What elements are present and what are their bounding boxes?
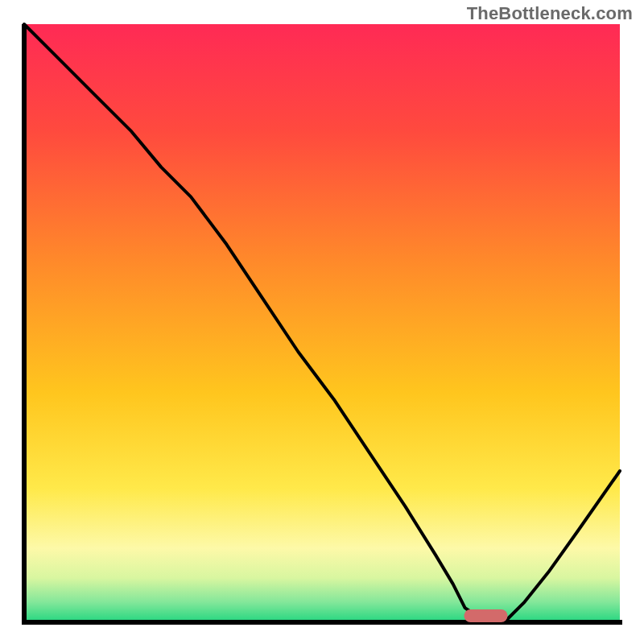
optimum-marker (464, 609, 508, 622)
bottleneck-chart (0, 0, 644, 644)
chart-container: TheBottleneck.com (0, 0, 644, 644)
